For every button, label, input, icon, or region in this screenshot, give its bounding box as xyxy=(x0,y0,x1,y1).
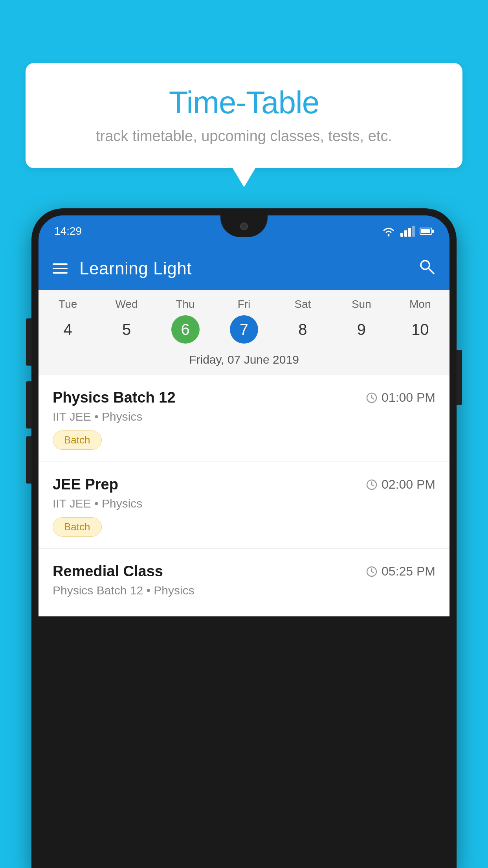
day-col-wed[interactable]: Wed 5 xyxy=(97,298,156,344)
day-col-fri[interactable]: Fri 7 xyxy=(215,298,273,344)
app-bar: Learning Light xyxy=(39,247,449,290)
search-icon[interactable] xyxy=(418,258,435,279)
calendar-days-row: Tue 4 Wed 5 Thu 6 Fri 7 xyxy=(39,290,449,348)
svg-point-0 xyxy=(388,234,390,236)
schedule-item-1[interactable]: JEE Prep 02:00 PM IIT JEE • Physics Batc… xyxy=(39,462,449,549)
svg-line-11 xyxy=(372,572,374,573)
schedule-item-time-2: 05:25 PM xyxy=(366,564,435,579)
status-bar: 14:29 xyxy=(39,215,449,247)
phone-outer: 14:29 xyxy=(31,208,457,868)
camera-dot xyxy=(240,223,248,230)
clock-icon-1 xyxy=(366,479,378,491)
svg-line-2 xyxy=(429,268,434,274)
batch-badge-0: Batch xyxy=(53,430,102,450)
schedule-item-2[interactable]: Remedial Class 05:25 PM Physics Batch 12… xyxy=(39,549,449,616)
day-num-sun: 9 xyxy=(347,315,376,344)
phone-screen: 14:29 xyxy=(39,215,449,868)
day-num-wed: 5 xyxy=(112,315,141,344)
schedule-item-header-2: Remedial Class 05:25 PM xyxy=(53,563,435,580)
app-title: Learning Light xyxy=(79,259,406,278)
phone-mockup: 14:29 xyxy=(31,208,457,868)
svg-line-5 xyxy=(372,398,374,399)
hamburger-menu-icon[interactable] xyxy=(53,263,68,274)
schedule-item-title-2: Remedial Class xyxy=(53,563,163,580)
speech-bubble: Time-Table track timetable, upcoming cla… xyxy=(26,63,462,168)
clock-icon-0 xyxy=(366,392,378,404)
day-col-sun[interactable]: Sun 9 xyxy=(332,298,391,344)
speech-bubble-container: Time-Table track timetable, upcoming cla… xyxy=(26,63,462,168)
day-name-sat: Sat xyxy=(294,298,311,311)
schedule-item-title-0: Physics Batch 12 xyxy=(53,389,176,406)
schedule-item-time-0: 01:00 PM xyxy=(366,390,435,405)
bubble-subtitle: track timetable, upcoming classes, tests… xyxy=(49,128,439,145)
schedule-item-time-1: 02:00 PM xyxy=(366,477,435,492)
day-col-thu[interactable]: Thu 6 xyxy=(156,298,215,344)
day-num-tue: 4 xyxy=(54,315,82,344)
day-num-fri: 7 xyxy=(230,315,258,344)
status-time: 14:29 xyxy=(54,225,82,237)
notch xyxy=(220,215,268,237)
schedule-item-header-0: Physics Batch 12 01:00 PM xyxy=(53,389,435,406)
schedule-item-meta-2: Physics Batch 12 • Physics xyxy=(53,584,435,597)
status-icons xyxy=(382,226,434,237)
svg-line-8 xyxy=(372,485,374,486)
day-col-mon[interactable]: Mon 10 xyxy=(391,298,449,344)
time-text-1: 02:00 PM xyxy=(382,477,435,492)
time-text-2: 05:25 PM xyxy=(382,564,435,579)
batch-badge-1: Batch xyxy=(53,517,102,537)
bubble-title: Time-Table xyxy=(49,85,439,121)
signal-bars xyxy=(400,226,415,237)
day-col-tue[interactable]: Tue 4 xyxy=(39,298,97,344)
day-name-fri: Fri xyxy=(238,298,251,311)
day-name-sun: Sun xyxy=(352,298,371,311)
time-text-0: 01:00 PM xyxy=(382,390,435,405)
day-name-tue: Tue xyxy=(59,298,77,311)
day-name-wed: Wed xyxy=(116,298,138,311)
schedule-item-meta-1: IIT JEE • Physics xyxy=(53,497,435,510)
clock-icon-2 xyxy=(366,566,378,577)
day-name-mon: Mon xyxy=(409,298,431,311)
schedule-item-header-1: JEE Prep 02:00 PM xyxy=(53,476,435,493)
day-name-thu: Thu xyxy=(176,298,194,311)
battery-icon xyxy=(420,228,434,235)
calendar-section: Tue 4 Wed 5 Thu 6 Fri 7 xyxy=(39,290,449,375)
day-num-thu: 6 xyxy=(171,315,200,344)
day-col-sat[interactable]: Sat 8 xyxy=(273,298,332,344)
selected-date-label: Friday, 07 June 2019 xyxy=(39,348,449,375)
schedule-item-0[interactable]: Physics Batch 12 01:00 PM IIT JEE • Phys… xyxy=(39,375,449,462)
wifi-icon xyxy=(382,226,396,237)
day-num-sat: 8 xyxy=(288,315,317,344)
schedule-item-meta-0: IIT JEE • Physics xyxy=(53,410,435,423)
svg-point-1 xyxy=(421,261,429,269)
schedule-list: Physics Batch 12 01:00 PM IIT JEE • Phys… xyxy=(39,375,449,616)
schedule-item-title-1: JEE Prep xyxy=(53,476,118,493)
day-num-mon: 10 xyxy=(406,315,434,344)
